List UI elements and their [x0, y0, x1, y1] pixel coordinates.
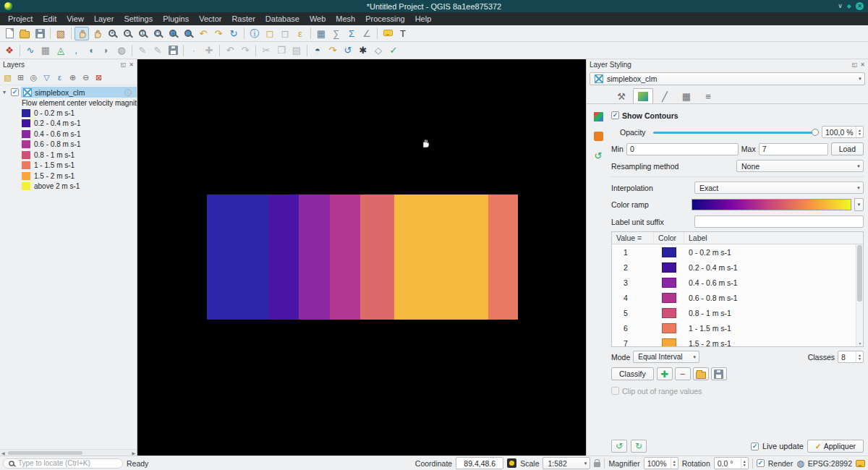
shade-window-icon[interactable]: ∨: [838, 2, 843, 10]
manage-map-themes-icon[interactable]: ◎: [27, 72, 40, 84]
value-table-row[interactable]: 10 - 0.2 m s-1: [612, 244, 863, 260]
zoom-native-icon[interactable]: 1: [135, 27, 150, 40]
select-by-expression-icon[interactable]: ε: [293, 27, 307, 40]
check-geometry-icon[interactable]: ✓: [386, 43, 401, 57]
measure-line-icon[interactable]: ∠: [359, 27, 374, 40]
value-table-row[interactable]: 40.6 - 0.8 m s-1: [612, 290, 863, 305]
value-table-row[interactable]: 50.8 - 1 m s-1: [612, 305, 863, 320]
menu-edit[interactable]: Edit: [38, 14, 61, 24]
text-annotation-icon[interactable]: T: [396, 27, 410, 40]
identify-features-icon[interactable]: ⓘ: [247, 27, 262, 40]
min-input[interactable]: [626, 143, 739, 155]
tab-averaging-icon[interactable]: ≡: [701, 90, 715, 103]
add-class-button[interactable]: ✚: [657, 367, 673, 380]
legend-item[interactable]: 0.8 - 1 m s-1: [0, 150, 137, 161]
dataset-group-row[interactable]: Flow element center velocity magnitud: [0, 98, 137, 108]
menu-plugins[interactable]: Plugins: [158, 14, 194, 24]
undo-style-button[interactable]: ↺: [611, 440, 627, 453]
row-color-swatch[interactable]: [662, 308, 676, 318]
value-table-row[interactable]: 71.5 - 2 m s-1: [612, 336, 863, 347]
tab-contours-icon[interactable]: [636, 90, 650, 103]
layer-name[interactable]: simplebox_clm: [35, 88, 85, 97]
layers-horizontal-scrollbar[interactable]: ◀ ▶: [0, 449, 137, 456]
filter-by-expression-icon[interactable]: ε: [54, 72, 66, 84]
refresh-map-icon[interactable]: ↻: [226, 27, 241, 40]
opacity-spinbox[interactable]: 100,0 % ▲▼: [822, 126, 864, 138]
max-input[interactable]: [759, 143, 828, 155]
menu-raster[interactable]: Raster: [226, 14, 260, 24]
menu-vector[interactable]: Vector: [194, 14, 226, 24]
opacity-slider[interactable]: [653, 127, 819, 138]
table-scrollbar[interactable]: ▼: [856, 244, 863, 346]
scroll-down-icon[interactable]: ▼: [856, 340, 864, 346]
color-column-header[interactable]: Color: [654, 232, 684, 244]
project-new-icon[interactable]: [2, 27, 17, 40]
filter-legend-icon[interactable]: ▽: [41, 72, 53, 84]
add-feature-icon[interactable]: ∙: [187, 43, 201, 57]
resampling-method-combo[interactable]: None ▼: [736, 160, 864, 172]
remove-class-icon[interactable]: −: [676, 367, 690, 381]
scroll-right-icon[interactable]: ▶: [130, 450, 137, 456]
layer-visibility-checkbox[interactable]: [11, 88, 19, 96]
label-column-header[interactable]: Label: [684, 232, 863, 244]
project-save-icon[interactable]: [33, 27, 47, 40]
close-window-icon[interactable]: ✕: [856, 2, 864, 10]
project-open-icon[interactable]: [17, 27, 32, 40]
map-canvas[interactable]: [137, 59, 586, 456]
legend-item[interactable]: 0.4 - 0.6 m s-1: [0, 129, 137, 140]
tab-averaging[interactable]: ≡: [698, 88, 718, 103]
layer-selector-combo[interactable]: simplebox_clm ▼: [590, 72, 865, 85]
magnifier-spinbox[interactable]: 100% ▲▼: [644, 457, 678, 469]
close-panel-icon[interactable]: ✕: [129, 61, 134, 68]
locator-search[interactable]: [3, 458, 123, 469]
select-features-icon[interactable]: ◻: [263, 27, 277, 40]
interpolation-combo[interactable]: Exact ▼: [694, 181, 864, 194]
close-panel-icon[interactable]: ✕: [860, 61, 865, 68]
spin-arrows-icon[interactable]: ▲▼: [856, 127, 863, 137]
3d-view-tab-icon[interactable]: [592, 129, 605, 142]
row-color-swatch[interactable]: [662, 247, 676, 257]
rotation-spinbox[interactable]: 0.0 ° ▲▼: [714, 457, 749, 469]
spin-arrows-icon[interactable]: ▲▼: [671, 458, 678, 469]
save-classes-button[interactable]: [711, 367, 727, 380]
row-color-swatch[interactable]: [662, 278, 676, 288]
value-column-header[interactable]: Value =: [612, 232, 654, 244]
vertex-tool-icon[interactable]: ✚: [202, 43, 216, 57]
zoom-to-layer-icon[interactable]: ▤: [181, 27, 195, 40]
tab-general-settings-icon[interactable]: ⚒: [614, 90, 629, 103]
menu-layer[interactable]: Layer: [89, 14, 119, 24]
classify-button[interactable]: Classify: [611, 367, 654, 380]
legend-item[interactable]: above 2 m s-1: [0, 181, 137, 192]
add-spatialite-layer-icon[interactable]: ◗: [99, 43, 114, 57]
color-ramp-preview[interactable]: [692, 199, 851, 210]
save-edits-icon[interactable]: [166, 43, 180, 57]
classes-spinbox[interactable]: 8 ▲▼: [838, 351, 864, 363]
statistics-summary-icon[interactable]: Σ: [344, 27, 359, 40]
crs-value[interactable]: EPSG:28992: [808, 459, 852, 468]
menu-view[interactable]: View: [61, 14, 89, 24]
field-calculator-icon[interactable]: ∑: [329, 27, 344, 40]
map-tips-icon[interactable]: [380, 27, 395, 40]
value-table-row[interactable]: 20.2 - 0.4 m s-1: [612, 260, 863, 275]
paste-features-icon[interactable]: ▤: [289, 43, 304, 57]
load-classes-button[interactable]: [693, 367, 709, 380]
zoom-out-icon[interactable]: −: [120, 27, 135, 40]
apply-button[interactable]: ✓ Appliquer: [807, 440, 864, 453]
tab-general-settings[interactable]: ⚒: [611, 88, 631, 103]
lock-scale-icon[interactable]: [594, 462, 600, 467]
copy-features-icon[interactable]: ❐: [274, 43, 289, 57]
locator-input[interactable]: [18, 459, 118, 467]
plugin-manager-icon[interactable]: ◇: [371, 43, 386, 57]
label-unit-suffix-input[interactable]: [694, 215, 864, 228]
tab-rendering-icon[interactable]: ▦: [679, 90, 694, 103]
tab-contours[interactable]: [633, 88, 653, 103]
color-ramp-dropdown-icon[interactable]: ▼: [854, 198, 864, 211]
toggle-editing-icon[interactable]: ✎: [150, 43, 165, 57]
toggle-extents-icon[interactable]: [507, 458, 516, 468]
load-button[interactable]: Load: [831, 142, 864, 155]
mode-combo[interactable]: Equal Interval ▼: [633, 351, 699, 363]
messages-icon[interactable]: [856, 460, 865, 467]
tab-vectors-icon[interactable]: ╱: [658, 90, 672, 103]
legend-item[interactable]: 0.2 - 0.4 m s-1: [0, 119, 137, 129]
globe-icon[interactable]: ◍: [796, 458, 804, 469]
